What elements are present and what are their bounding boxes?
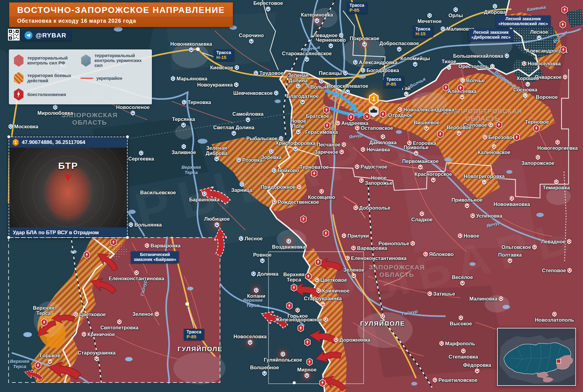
map-town: Новозлатополь — [535, 312, 574, 323]
town-label: Новоселовка — [234, 334, 267, 339]
town-label: Левадное — [541, 239, 566, 244]
town-pin-russian — [532, 245, 537, 250]
clash-icon — [311, 169, 318, 177]
town-label: Любицкое — [204, 216, 230, 222]
town-label: Доброспасовое — [380, 41, 419, 46]
town-pin-russian — [94, 356, 99, 361]
town-label: Отрадное — [388, 113, 413, 118]
map-town: Воздвижевка — [272, 239, 306, 250]
map-town: Красногорское — [415, 172, 452, 183]
map-town: Христофоровка — [276, 141, 315, 152]
reserve-badge-line: заказник «Байраки» — [134, 257, 176, 262]
map-town: Копани — [247, 288, 265, 299]
town-label: Воздвижевка — [272, 244, 306, 250]
photo-inset-header: 1 47.90674886, 36.25117064 — [9, 137, 127, 148]
town-label: Коломийцы — [400, 56, 430, 61]
map-town: Сорочино — [239, 33, 264, 44]
town-pin-russian — [552, 312, 557, 317]
legend-label: боестолкновения — [27, 92, 66, 97]
city-label: ГУЛЯЙПОЛЕ — [360, 314, 405, 327]
town-label: Сладкое — [411, 217, 432, 222]
nature-reserve-badge: Ботаническийзаказник «Байраки» — [131, 251, 179, 263]
map-town: Богодаровка — [361, 68, 399, 73]
town-pin-ukrainian — [296, 129, 301, 134]
town-label: Вороное — [536, 95, 558, 100]
map-town: Бойково — [272, 168, 299, 173]
map-town: Верхняя Терса — [33, 305, 54, 316]
map-town: Рождественское — [272, 200, 319, 205]
map-town: Еленоконстантиновка — [345, 256, 407, 261]
road-badge: ТрассаР-85 — [347, 2, 367, 14]
town-label: Христофоровка — [276, 141, 315, 146]
town-pin-ukrainian — [232, 131, 236, 136]
map-town: Марфополь — [439, 341, 475, 346]
town-pin-gray — [523, 93, 527, 98]
town-pin-russian — [272, 200, 276, 205]
town-label: Новое — [464, 233, 479, 239]
map-town: Зеленое — [132, 312, 159, 317]
clash-icon — [286, 302, 293, 310]
clashes-icon — [13, 88, 24, 101]
town-label: Придорожное — [261, 184, 296, 190]
town-pin-ukrainian — [300, 99, 305, 105]
map-town: Криничное — [82, 332, 115, 337]
town-pin-ukrainian — [237, 157, 241, 163]
town-label: Новосоленое — [116, 105, 149, 110]
town-pin-russian — [361, 147, 365, 152]
town-label: Александровка — [359, 60, 397, 65]
town-pin-ukrainian — [315, 18, 319, 23]
town-pin-ukrainian — [272, 168, 276, 173]
town-pin-ukrainian — [262, 371, 267, 376]
town-pin-russian — [297, 184, 301, 190]
town-pin-russian — [342, 233, 346, 239]
map-town: Старокасьяновское — [282, 51, 332, 62]
town-label: Берестовое — [253, 1, 283, 6]
town-label: Варваровка — [150, 243, 180, 248]
map-town: Новоалександровка — [398, 107, 454, 112]
map-town: Затишье — [427, 291, 455, 297]
town-pin-ukrainian — [8, 124, 13, 129]
map-town: Цветковое — [73, 312, 106, 317]
town-label: Цветковое — [79, 312, 106, 317]
town-pin-ukrainian — [171, 76, 175, 81]
map-town: Мирное — [297, 367, 316, 378]
town-label: Новое Запорожье — [365, 175, 393, 186]
town-pin-russian — [492, 144, 496, 149]
town-pin-russian — [563, 75, 567, 80]
clash-icon — [495, 121, 503, 129]
town-label: Писанцы — [319, 71, 342, 76]
town-label: Варваровка — [357, 246, 387, 251]
clash-icon — [315, 258, 322, 266]
town-pin-russian — [345, 256, 350, 261]
channel-name: @RYBAR — [36, 32, 66, 39]
town-label: Калиновское — [478, 150, 510, 155]
town-pin-russian — [483, 135, 487, 140]
map-town: Заречное — [315, 149, 344, 155]
town-label: Мирное — [297, 367, 316, 372]
clash-icon — [437, 130, 444, 138]
road-badge-number: Р-85 — [187, 334, 201, 340]
ukraine-minimap — [497, 328, 576, 386]
town-label: Вербовое — [447, 125, 472, 130]
map-town: Решетиловское — [433, 378, 477, 383]
river-label: Волчья — [552, 29, 569, 44]
map-town: Вишнёвое — [414, 120, 439, 131]
town-pin-gray — [490, 64, 495, 69]
town-pin-ukrainian — [537, 35, 542, 41]
town-label: Копани — [247, 293, 265, 299]
town-pin-russian — [355, 164, 359, 169]
reserve-badge-line: Лесной заказник — [471, 30, 511, 35]
title-block: ВОСТОЧНО-ЗАПОРОЖСКОЕ НАПРАВЛЕНИЕ Обстано… — [9, 2, 233, 27]
town-label: Новоивановка — [494, 202, 530, 207]
clash-icon — [41, 318, 48, 326]
town-label: Криничное — [87, 332, 115, 337]
map-town: Сладкое — [411, 211, 432, 222]
map-town: Яблоково — [423, 252, 454, 257]
town-pin-ukrainian — [293, 146, 298, 152]
map-town: Запорожское — [521, 155, 554, 166]
town-pin-russian — [427, 291, 432, 297]
map-town: Терновка — [182, 100, 211, 105]
map-town: Зеленая Диброва — [206, 146, 227, 162]
map-town: Еленоконстантиновка — [109, 270, 164, 281]
town-label: Староукраинка — [304, 296, 342, 301]
